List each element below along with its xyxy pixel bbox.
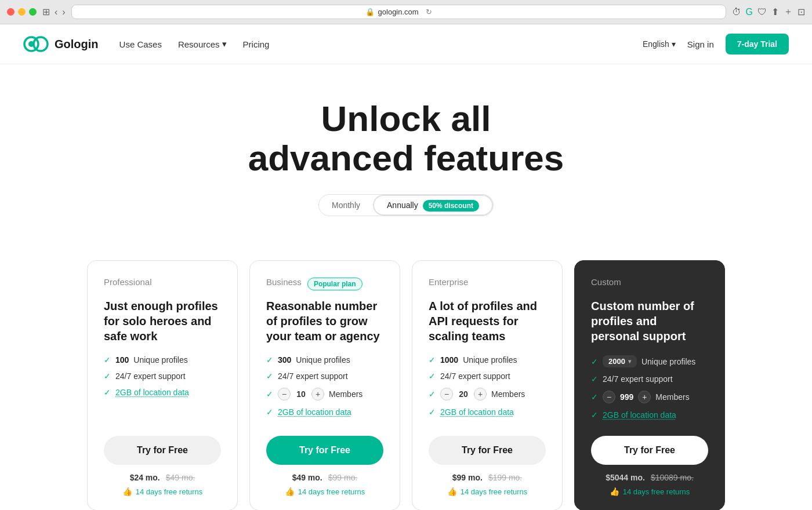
plan-name-row: Enterprise <box>429 277 546 290</box>
trial-button[interactable]: 7-day Trial <box>726 34 789 54</box>
shield-icon[interactable]: 🛡 <box>757 7 767 17</box>
returns-text: 14 days free returns <box>298 487 365 496</box>
chevron-down-icon: ▾ <box>672 39 676 49</box>
members-control: − 999 + Members <box>603 391 690 403</box>
sidebar-toggle-icon[interactable]: ⊞ <box>42 6 50 17</box>
plan-custom: Custom Custom number of profiles and per… <box>574 260 725 510</box>
nav-links: Use Cases Resources ▾ Pricing <box>119 39 270 49</box>
members-increase[interactable]: + <box>474 388 487 400</box>
feature-profiles: ✓ 2000 ▾ Unique profiles <box>591 355 708 367</box>
feature-support: ✓ 24/7 expert support <box>266 371 383 381</box>
location-data-link[interactable]: 2GB of location data <box>440 407 514 417</box>
plan-business: Business Popular plan Reasonable number … <box>249 260 400 510</box>
toggle-annually[interactable]: Annually 50% discount <box>373 195 493 216</box>
hero-title: Unlock all advanced features <box>23 99 789 178</box>
traffic-lights <box>7 8 37 16</box>
cta-button[interactable]: Try for Free <box>429 436 546 465</box>
check-icon: ✓ <box>266 407 273 417</box>
hero-section: Unlock all advanced features Monthly Ann… <box>0 64 812 239</box>
navbar: Gologin Use Cases Resources ▾ Pricing En… <box>0 24 812 64</box>
price-current: $24 mo. <box>130 473 160 482</box>
sign-in-link[interactable]: Sign in <box>687 39 714 49</box>
plan-headline: A lot of profiles and API requests for s… <box>429 298 546 344</box>
price-row: $24 mo. $49 mo. <box>104 473 221 482</box>
logo[interactable]: Gologin <box>23 36 99 52</box>
price-current: $49 mo. <box>292 473 322 482</box>
history-icon[interactable]: ⏱ <box>732 7 741 17</box>
returns-row: 👍 14 days free returns <box>104 487 221 496</box>
feature-profiles: ✓ 1000 Unique profiles <box>429 355 546 365</box>
members-decrease[interactable]: − <box>603 391 615 403</box>
check-icon: ✓ <box>591 392 598 402</box>
cta-button[interactable]: Try for Free <box>591 436 708 465</box>
members-decrease[interactable]: − <box>278 388 291 400</box>
logo-text: Gologin <box>55 38 99 51</box>
new-tab-icon[interactable]: ＋ <box>784 6 793 18</box>
check-icon: ✓ <box>104 371 111 381</box>
price-row: $99 mo. $199 mo. <box>429 473 546 482</box>
returns-row: 👍 14 days free returns <box>429 487 546 496</box>
check-icon: ✓ <box>429 389 436 399</box>
returns-row: 👍 14 days free returns <box>266 487 383 496</box>
share-icon[interactable]: ⬆ <box>771 6 779 17</box>
members-increase[interactable]: + <box>638 391 651 403</box>
check-icon: ✓ <box>104 388 111 397</box>
price-old: $99 mo. <box>328 473 358 482</box>
nav-use-cases[interactable]: Use Cases <box>119 39 162 49</box>
features-list: ✓ 1000 Unique profiles ✓ 24/7 expert sup… <box>429 355 546 420</box>
check-icon: ✓ <box>591 410 598 420</box>
pricing-section: Professional Just enough profiles for so… <box>0 239 812 510</box>
feature-members: ✓ − 10 + Members <box>266 388 383 400</box>
discount-badge: 50% discount <box>423 200 479 212</box>
thumbs-up-icon: 👍 <box>447 487 457 496</box>
cta-button[interactable]: Try for Free <box>104 436 221 465</box>
extensions-icon[interactable]: G <box>746 7 753 17</box>
hero-title-line1: Unlock all <box>321 99 491 139</box>
members-increase[interactable]: + <box>311 388 324 400</box>
location-data-link[interactable]: 2GB of location data <box>603 410 676 420</box>
browser-chrome: ⊞ ‹ › 🔒 gologin.com ↻ ⏱ G 🛡 ⬆ ＋ ⊡ <box>0 0 812 24</box>
nav-resources[interactable]: Resources ▾ <box>178 39 227 49</box>
profiles-chip[interactable]: 2000 ▾ <box>603 355 637 367</box>
tabs-icon[interactable]: ⊡ <box>798 6 805 17</box>
location-data-link[interactable]: 2GB of location data <box>278 407 351 417</box>
minimize-button[interactable] <box>18 8 26 16</box>
lock-icon: 🔒 <box>365 8 375 16</box>
members-decrease[interactable]: − <box>440 388 453 400</box>
feature-support: ✓ 24/7 expert support <box>591 374 708 384</box>
feature-location: ✓ 2GB of location data <box>266 407 383 417</box>
cta-button[interactable]: Try for Free <box>266 436 383 465</box>
plan-name-row: Professional <box>104 277 221 290</box>
plan-headline: Just enough profiles for solo heroes and… <box>104 298 221 344</box>
maximize-button[interactable] <box>29 8 37 16</box>
address-bar[interactable]: 🔒 gologin.com ↻ <box>71 5 726 19</box>
close-button[interactable] <box>7 8 14 16</box>
check-icon: ✓ <box>429 371 436 381</box>
members-count: 10 <box>295 389 307 399</box>
location-data-link[interactable]: 2GB of location data <box>115 388 189 397</box>
check-icon: ✓ <box>591 357 598 366</box>
members-count: 999 <box>620 392 633 402</box>
nav-pricing[interactable]: Pricing <box>243 39 270 49</box>
billing-toggle: Monthly Annually 50% discount <box>318 194 494 216</box>
back-icon[interactable]: ‹ <box>55 7 57 17</box>
plan-headline: Custom number of profiles and personal s… <box>591 298 708 344</box>
svg-point-2 <box>28 41 34 47</box>
url-text: gologin.com <box>378 8 419 16</box>
price-old: $199 mo. <box>488 473 522 482</box>
price-row: $5044 mo. $10089 mo. <box>591 473 708 482</box>
check-icon: ✓ <box>104 355 111 365</box>
features-list: ✓ 300 Unique profiles ✓ 24/7 expert supp… <box>266 355 383 420</box>
feature-location: ✓ 2GB of location data <box>104 388 221 397</box>
chevron-down-icon: ▾ <box>628 358 631 365</box>
plan-name-row: Custom <box>591 277 708 290</box>
language-label: English <box>643 39 669 49</box>
feature-members: ✓ − 20 + Members <box>429 388 546 400</box>
language-selector[interactable]: English ▾ <box>643 39 676 49</box>
price-current: $99 mo. <box>452 473 483 482</box>
plan-name: Professional <box>104 277 152 287</box>
browser-actions: ⏱ G 🛡 ⬆ ＋ ⊡ <box>732 6 805 18</box>
toggle-monthly[interactable]: Monthly <box>319 196 373 214</box>
forward-icon[interactable]: › <box>62 7 65 17</box>
reload-icon[interactable]: ↻ <box>426 8 432 16</box>
